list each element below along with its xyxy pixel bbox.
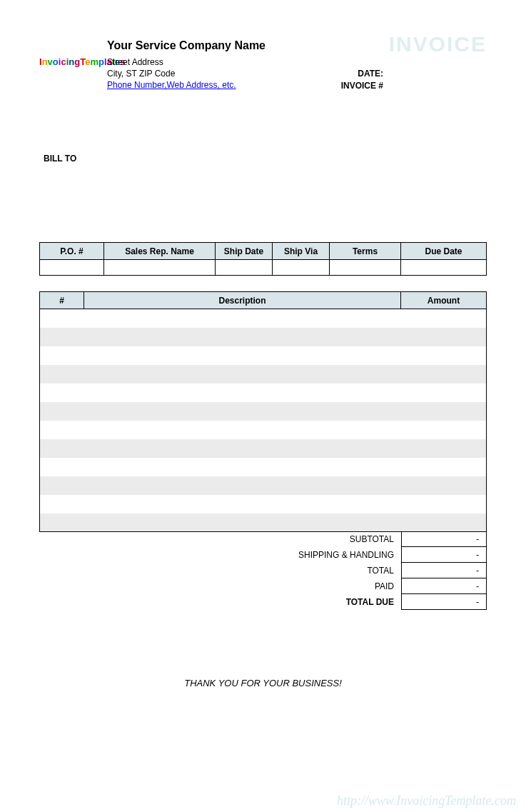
item-desc-cell[interactable] xyxy=(84,309,401,328)
item-desc-cell[interactable] xyxy=(84,421,401,439)
item-amount-cell[interactable] xyxy=(401,421,487,439)
item-num-cell[interactable] xyxy=(40,309,84,328)
paid-value: - xyxy=(401,578,487,594)
date-label: DATE: xyxy=(341,68,383,80)
item-num-cell[interactable] xyxy=(40,328,84,346)
item-desc-cell[interactable] xyxy=(84,495,401,513)
shipping-label: SHIPPING & HANDLING xyxy=(39,550,401,560)
th-item-desc: Description xyxy=(84,292,401,309)
invoice-number-label: INVOICE # xyxy=(341,80,383,92)
item-amount-cell[interactable] xyxy=(401,513,487,532)
item-num-cell[interactable] xyxy=(40,476,84,495)
company-street: Street Address xyxy=(107,56,265,68)
th-po: P.O. # xyxy=(40,243,104,260)
td-due-date[interactable] xyxy=(401,260,487,276)
td-po[interactable] xyxy=(40,260,104,276)
item-amount-cell[interactable] xyxy=(401,495,487,513)
item-amount-cell[interactable] xyxy=(401,384,487,402)
item-amount-cell[interactable] xyxy=(401,402,487,421)
th-item-num: # xyxy=(40,292,84,309)
item-num-cell[interactable] xyxy=(40,365,84,384)
th-sales-rep: Sales Rep. Name xyxy=(104,243,216,260)
item-amount-cell[interactable] xyxy=(401,439,487,458)
item-desc-cell[interactable] xyxy=(84,513,401,532)
item-num-cell[interactable] xyxy=(40,384,84,402)
company-city: City, ST ZIP Code xyxy=(107,68,265,79)
info-table: P.O. # Sales Rep. Name Ship Date Ship Vi… xyxy=(39,242,487,276)
th-ship-via: Ship Via xyxy=(273,243,330,260)
item-desc-cell[interactable] xyxy=(84,458,401,476)
item-num-cell[interactable] xyxy=(40,495,84,513)
subtotal-label: SUBTOTAL xyxy=(39,534,401,544)
item-desc-cell[interactable] xyxy=(84,439,401,458)
td-terms[interactable] xyxy=(330,260,401,276)
item-amount-cell[interactable] xyxy=(401,458,487,476)
paid-label: PAID xyxy=(39,581,401,591)
th-item-amount: Amount xyxy=(401,292,487,309)
thank-you-text: THANK YOU FOR YOUR BUSINESS! xyxy=(39,678,487,688)
item-amount-cell[interactable] xyxy=(401,476,487,495)
td-sales-rep[interactable] xyxy=(104,260,216,276)
item-desc-cell[interactable] xyxy=(84,476,401,495)
item-amount-cell[interactable] xyxy=(401,346,487,365)
item-num-cell[interactable] xyxy=(40,439,84,458)
company-contact-link[interactable]: Phone Number,Web Address, etc. xyxy=(107,80,236,90)
item-desc-cell[interactable] xyxy=(84,346,401,365)
items-table: # Description Amount xyxy=(39,291,487,532)
item-num-cell[interactable] xyxy=(40,346,84,365)
th-ship-date: Ship Date xyxy=(216,243,273,260)
item-amount-cell[interactable] xyxy=(401,309,487,328)
bill-to-label: BILL TO xyxy=(39,154,487,164)
th-terms: Terms xyxy=(330,243,401,260)
item-desc-cell[interactable] xyxy=(84,402,401,421)
watermark: http://www.InvoicingTemplate.com xyxy=(337,793,516,808)
total-label: TOTAL xyxy=(39,566,401,576)
td-ship-via[interactable] xyxy=(273,260,330,276)
item-amount-cell[interactable] xyxy=(401,365,487,384)
totals-block: SUBTOTAL - SHIPPING & HANDLING - TOTAL -… xyxy=(39,531,487,610)
item-desc-cell[interactable] xyxy=(84,384,401,402)
total-value: - xyxy=(401,563,487,578)
item-num-cell[interactable] xyxy=(40,458,84,476)
item-num-cell[interactable] xyxy=(40,513,84,532)
item-num-cell[interactable] xyxy=(40,402,84,421)
company-name: Your Service Company Name xyxy=(107,39,265,52)
total-due-value: - xyxy=(401,594,487,610)
subtotal-value: - xyxy=(401,531,487,547)
th-due-date: Due Date xyxy=(401,243,487,260)
td-ship-date[interactable] xyxy=(216,260,273,276)
item-amount-cell[interactable] xyxy=(401,328,487,346)
item-num-cell[interactable] xyxy=(40,421,84,439)
item-desc-cell[interactable] xyxy=(84,365,401,384)
total-due-label: TOTAL DUE xyxy=(39,597,401,607)
shipping-value: - xyxy=(401,547,487,563)
invoice-title: INVOICE xyxy=(389,32,487,56)
item-desc-cell[interactable] xyxy=(84,328,401,346)
